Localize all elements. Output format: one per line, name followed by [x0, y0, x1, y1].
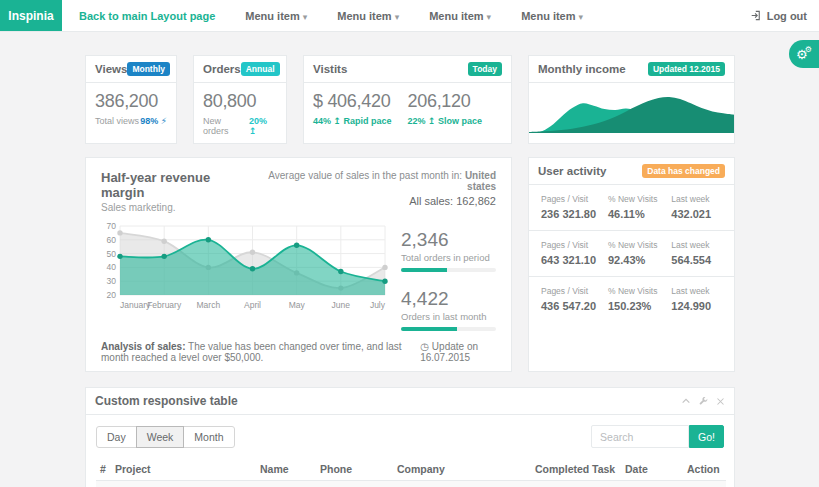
annual-badge: Annual [241, 62, 280, 76]
activity-row: Pages / Visit236 321.80 % New Visits46.1… [529, 185, 734, 231]
projects-table: # Project Name Phone Company Completed T… [96, 458, 726, 487]
tab-month[interactable]: Month [183, 426, 234, 448]
updated-badge: Updated 12.2015 [648, 62, 725, 76]
level-up-icon: ↥ [249, 126, 257, 136]
close-icon[interactable] [716, 397, 725, 406]
wrench-icon[interactable] [699, 397, 708, 406]
level-up-icon: ↥ [334, 116, 342, 126]
monthly-badge: Monthly [127, 62, 170, 76]
navbar: Inspinia Back to main Layout page Menu i… [0, 0, 819, 32]
custom-table-panel: Custom responsive table Day Week Month [85, 387, 735, 487]
menu-item-1[interactable]: Menu item▾ [245, 10, 307, 22]
tab-day[interactable]: Day [96, 426, 137, 448]
orders-delta: 20% [249, 116, 267, 126]
analysis-label: Analysis of sales: [101, 341, 185, 352]
orders-month-progressbar [401, 327, 496, 331]
sign-out-icon [751, 10, 762, 21]
chevron-down-icon: ▾ [303, 12, 308, 22]
search-input[interactable] [591, 425, 689, 448]
collapse-icon[interactable] [681, 396, 691, 406]
go-button[interactable]: Go! [689, 425, 724, 448]
table-panel-title: Custom responsive table [95, 394, 238, 408]
chevron-down-icon: ▾ [395, 12, 400, 22]
svg-text:July: July [370, 300, 386, 310]
chevron-down-icon: ▾ [579, 12, 584, 22]
svg-text:50: 50 [107, 249, 117, 259]
orders-period-label: Total orders in period [401, 252, 496, 263]
visits-delta-1: 44% [313, 116, 331, 126]
svg-text:May: May [289, 300, 306, 310]
svg-text:March: March [197, 300, 221, 310]
brand-logo[interactable]: Inspinia [0, 0, 62, 31]
monthly-income-card: Monthly income Updated 12.2015 [528, 55, 735, 144]
user-activity-title: User activity [538, 165, 606, 177]
clock-icon: ◷ [420, 341, 429, 352]
today-badge: Today [468, 62, 502, 76]
views-value: 386,200 [95, 91, 167, 112]
views-label: Total views [95, 116, 139, 126]
revenue-meta-country: United states [465, 170, 496, 192]
revenue-title: Half-year revenue margin [101, 170, 249, 200]
menu-item-2[interactable]: Menu item▾ [337, 10, 399, 22]
visits-card: Vistits Today $ 406,420 44% ↥ Rapid pace… [303, 55, 512, 144]
revenue-panel: Half-year revenue margin Sales marketing… [85, 157, 512, 372]
period-tabs: Day Week Month [96, 426, 235, 448]
tab-week[interactable]: Week [136, 426, 185, 448]
revenue-margin-chart: 203040506070JanuaryFebruaryMarchAprilMay… [101, 221, 389, 319]
page-content: Views Monthly 386,200 Total views 98% ⚡ … [0, 32, 819, 487]
orders-period-progressbar [401, 268, 496, 272]
svg-text:60: 60 [107, 235, 117, 245]
level-up-icon: ↥ [428, 116, 436, 126]
orders-card-title: Orders [203, 63, 241, 75]
chevron-down-icon: ▾ [487, 12, 492, 22]
orders-period-value: 2,346 [401, 229, 496, 251]
back-to-layout-link[interactable]: Back to main Layout page [79, 10, 215, 22]
orders-value: 80,800 [203, 91, 277, 112]
svg-text:30: 30 [107, 276, 117, 286]
menu-item-3[interactable]: Menu item▾ [429, 10, 491, 22]
visits-value-1: $ 406,420 [313, 91, 408, 112]
bolt-icon: ⚡ [161, 116, 167, 126]
table-header-row: # Project Name Phone Company Completed T… [96, 458, 726, 481]
menu-item-4[interactable]: Menu item▾ [521, 10, 583, 22]
logout-button[interactable]: Log out [751, 10, 807, 22]
svg-text:20: 20 [107, 290, 117, 300]
revenue-meta-text: Average value of sales in the past month… [268, 170, 465, 181]
orders-month-label: Orders in last month [401, 311, 496, 322]
visits-card-title: Vistits [313, 63, 347, 75]
visits-label-1: Rapid pace [344, 116, 392, 126]
svg-text:40: 40 [107, 262, 117, 272]
activity-row: Pages / Visit643 321.10 % New Visits92.4… [529, 231, 734, 277]
table-row: 1 Project This is example of project Pat… [96, 481, 726, 487]
svg-text:February: February [147, 300, 182, 310]
views-delta: 98% [140, 116, 158, 126]
visits-label-2: Slow pace [438, 116, 482, 126]
views-card-title: Views [95, 63, 127, 75]
svg-text:June: June [332, 300, 351, 310]
orders-month-value: 4,422 [401, 288, 496, 310]
gears-icon-small: ⚙ [805, 46, 812, 54]
activity-row: Pages / Visit436 547.20 % New Visits150.… [529, 277, 734, 322]
orders-label: New orders [203, 116, 249, 136]
theme-settings-button[interactable]: ⚙⚙ [789, 40, 819, 68]
svg-text:70: 70 [107, 221, 117, 231]
orders-card: Orders Annual 80,800 New orders 20% ↥ [193, 55, 287, 144]
revenue-all-sales: All sales: 162,862 [249, 195, 496, 207]
visits-value-2: 206,120 [408, 91, 503, 112]
views-card: Views Monthly 386,200 Total views 98% ⚡ [85, 55, 177, 144]
income-card-title: Monthly income [538, 63, 626, 75]
monthly-income-chart [529, 83, 734, 133]
data-changed-badge: Data has changed [642, 164, 725, 178]
revenue-subtitle: Sales marketing. [101, 202, 249, 213]
visits-delta-2: 22% [408, 116, 426, 126]
user-activity-panel: User activity Data has changed Pages / V… [528, 157, 735, 372]
svg-text:April: April [244, 300, 261, 310]
